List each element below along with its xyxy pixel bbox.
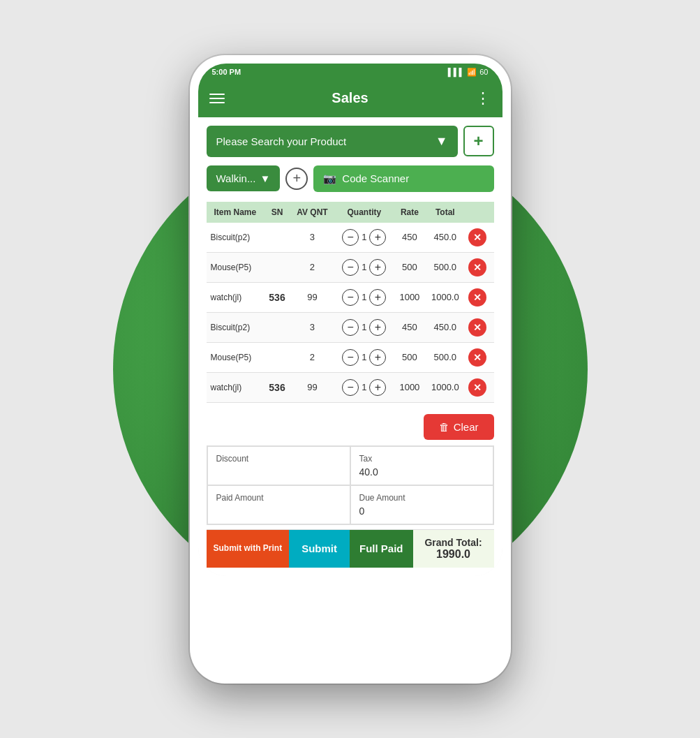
hamburger-line-3: [209, 102, 225, 103]
qty-cell-2: − 1 +: [334, 282, 394, 312]
customer-row: Walkin... ▼ + 📷 Code Scanner: [207, 165, 494, 192]
delete-row-button-1[interactable]: ✕: [468, 258, 486, 276]
avqnt-cell-3: 3: [290, 312, 334, 342]
avqnt-cell-4: 2: [290, 342, 334, 372]
submit-button[interactable]: Submit: [289, 530, 350, 568]
status-time: 5:00 PM: [212, 68, 241, 76]
search-placeholder-text: Please Search your Product: [216, 135, 347, 147]
code-scanner-button[interactable]: 📷 Code Scanner: [313, 165, 493, 192]
delete-row-button-5[interactable]: ✕: [468, 378, 486, 397]
qty-increase-2[interactable]: +: [369, 289, 386, 306]
camera-icon: 📷: [323, 172, 336, 185]
item-name-cell-1: Mouse(P5): [207, 252, 265, 282]
discount-input[interactable]: [216, 466, 341, 478]
qty-cell-1: − 1 +: [334, 252, 394, 282]
paid-amount-cell: Paid Amount: [207, 485, 350, 524]
submit-label: Submit: [301, 543, 337, 554]
rate-cell-1: 500: [394, 252, 425, 282]
phone-mockup: 5:00 PM ▌▌▌ 📶 60 Sales ⋮: [190, 55, 511, 684]
total-cell-3: 450.0: [425, 312, 465, 342]
delete-row-button-4[interactable]: ✕: [468, 348, 486, 367]
hamburger-line-1: [209, 94, 225, 95]
add-customer-button[interactable]: +: [285, 168, 308, 190]
total-cell-0: 450.0: [425, 223, 465, 253]
status-icons: ▌▌▌ 📶 60: [448, 68, 489, 77]
customer-dropdown[interactable]: Walkin... ▼: [207, 165, 281, 191]
col-action: [466, 202, 494, 223]
qty-increase-3[interactable]: +: [369, 319, 386, 336]
rate-cell-2: 1000: [394, 282, 425, 312]
sn-cell-1: [264, 252, 290, 282]
rate-cell-0: 450: [394, 223, 425, 253]
status-bar: 5:00 PM ▌▌▌ 📶 60: [198, 64, 502, 81]
grand-total-value: 1990.0: [436, 548, 470, 561]
bottom-buttons: Submit with Print Submit Full Paid Grand…: [207, 529, 494, 568]
total-cell-4: 500.0: [425, 342, 465, 372]
totals-grid: Discount Tax 40.0 Paid Amount Due Amount…: [207, 445, 494, 525]
paid-amount-input[interactable]: [216, 505, 341, 517]
delete-cell-2: ✕: [466, 282, 494, 312]
signal-icon: ▌▌▌: [448, 68, 464, 76]
menu-button[interactable]: [209, 94, 225, 103]
sn-cell-5: 536: [264, 372, 290, 402]
clear-row: 🗑 Clear: [207, 414, 494, 440]
qty-cell-0: − 1 +: [334, 223, 394, 253]
discount-cell: Discount: [207, 446, 350, 485]
tax-cell: Tax 40.0: [350, 446, 493, 485]
delete-cell-1: ✕: [466, 252, 494, 282]
sn-cell-3: [264, 312, 290, 342]
delete-cell-3: ✕: [466, 312, 494, 342]
more-options-icon[interactable]: ⋮: [475, 89, 491, 108]
scanner-label: Code Scanner: [342, 172, 409, 184]
qty-increase-0[interactable]: +: [369, 229, 386, 246]
qty-increase-4[interactable]: +: [369, 349, 386, 366]
table-body: Biscuit(p2) 3 − 1 + 450 450.0 ✕ Mouse(P5…: [207, 223, 494, 403]
full-paid-button[interactable]: Full Paid: [350, 530, 413, 568]
col-item-name: Item Name: [207, 202, 265, 223]
wifi-icon: 📶: [467, 68, 477, 77]
avqnt-cell-5: 99: [290, 372, 334, 402]
trash-icon: 🗑: [439, 421, 449, 433]
customer-name-text: Walkin...: [216, 172, 256, 184]
submit-print-label: Submit with Print: [214, 543, 283, 553]
qty-decrease-4[interactable]: −: [342, 349, 359, 366]
search-row: Please Search your Product ▼ +: [207, 126, 494, 157]
delete-cell-4: ✕: [466, 342, 494, 372]
item-name-cell-0: Biscuit(p2): [207, 223, 265, 253]
delete-row-button-2[interactable]: ✕: [468, 288, 486, 307]
delete-row-button-3[interactable]: ✕: [468, 318, 486, 337]
total-cell-5: 1000.0: [425, 372, 465, 402]
qty-decrease-2[interactable]: −: [342, 289, 359, 306]
qty-decrease-0[interactable]: −: [342, 229, 359, 246]
plus-icon: +: [292, 170, 301, 186]
clear-button[interactable]: 🗑 Clear: [424, 414, 494, 440]
table-row: Mouse(P5) 2 − 1 + 500 500.0 ✕: [207, 342, 494, 372]
products-table: Item Name SN AV QNT Quantity Rate Total …: [207, 202, 494, 403]
qty-cell-5: − 1 +: [334, 372, 394, 402]
avqnt-cell-1: 2: [290, 252, 334, 282]
qty-value-0: 1: [362, 232, 366, 242]
table-header-row: Item Name SN AV QNT Quantity Rate Total: [207, 202, 494, 223]
qty-decrease-1[interactable]: −: [342, 259, 359, 276]
col-rate: Rate: [394, 202, 425, 223]
tax-value: 40.0: [359, 466, 484, 478]
qty-decrease-3[interactable]: −: [342, 319, 359, 336]
avqnt-cell-0: 3: [290, 223, 334, 253]
paid-amount-label: Paid Amount: [216, 493, 341, 503]
qty-cell-3: − 1 +: [334, 312, 394, 342]
total-cell-2: 1000.0: [425, 282, 465, 312]
search-dropdown-arrow-icon: ▼: [435, 134, 448, 149]
delete-row-button-0[interactable]: ✕: [468, 228, 486, 246]
qty-decrease-5[interactable]: −: [342, 379, 359, 396]
due-amount-label: Due Amount: [359, 493, 484, 503]
qty-increase-1[interactable]: +: [369, 259, 386, 276]
qty-increase-5[interactable]: +: [369, 379, 386, 396]
item-name-cell-3: Biscuit(p2): [207, 312, 265, 342]
delete-cell-0: ✕: [466, 223, 494, 253]
col-sn: SN: [264, 202, 290, 223]
app-header: Sales ⋮: [198, 81, 502, 117]
product-search-dropdown[interactable]: Please Search your Product ▼: [207, 126, 458, 157]
customer-dropdown-arrow-icon: ▼: [260, 172, 270, 184]
add-product-button[interactable]: +: [463, 126, 494, 156]
submit-with-print-button[interactable]: Submit with Print: [207, 530, 290, 568]
